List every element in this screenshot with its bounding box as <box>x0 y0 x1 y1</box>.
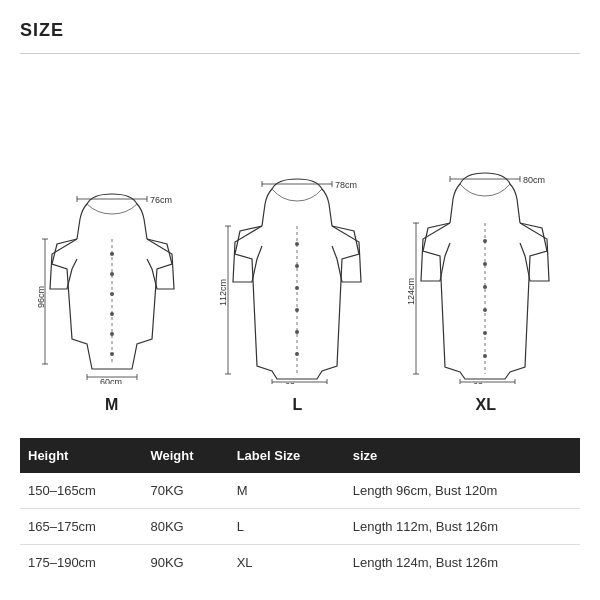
coat-label-xl: XL <box>476 396 496 414</box>
coat-diagram-m: 76cm 96cm 60cm M <box>32 189 192 414</box>
svg-text:63cm: 63cm <box>473 381 495 384</box>
cell-label-m: M <box>229 473 345 509</box>
svg-point-3 <box>110 292 114 296</box>
divider <box>20 53 580 54</box>
cell-detail-l: Length 112m, Bust 126m <box>345 509 580 545</box>
svg-point-5 <box>110 332 114 336</box>
page-title: SIZE <box>20 20 580 41</box>
cell-weight-m: 70KG <box>142 473 228 509</box>
svg-text:76cm: 76cm <box>150 195 172 205</box>
svg-point-44 <box>483 354 487 358</box>
svg-point-42 <box>483 308 487 312</box>
svg-text:96cm: 96cm <box>36 286 46 308</box>
table-row: 150–165cm 70KG M Length 96cm, Bust 120m <box>20 473 580 509</box>
svg-text:124cm: 124cm <box>406 278 416 305</box>
svg-point-22 <box>295 286 299 290</box>
svg-text:63cm: 63cm <box>285 381 307 384</box>
diagram-area: 76cm 96cm 60cm M <box>20 66 580 434</box>
svg-point-24 <box>295 330 299 334</box>
table-row: 175–190cm 90KG XL Length 124m, Bust 126m <box>20 545 580 581</box>
cell-height-xl: 175–190cm <box>20 545 142 581</box>
cell-height-m: 150–165cm <box>20 473 142 509</box>
col-header-label-size: Label Size <box>229 438 345 473</box>
svg-point-23 <box>295 308 299 312</box>
svg-text:80cm: 80cm <box>523 175 545 185</box>
svg-text:60cm: 60cm <box>100 377 122 384</box>
cell-detail-m: Length 96cm, Bust 120m <box>345 473 580 509</box>
table-row: 165–175cm 80KG L Length 112m, Bust 126m <box>20 509 580 545</box>
svg-point-6 <box>110 352 114 356</box>
coat-diagram-xl: 80cm 124cm 63cm XL <box>403 169 568 414</box>
svg-point-2 <box>110 272 114 276</box>
coat-label-m: M <box>105 396 118 414</box>
svg-point-43 <box>483 331 487 335</box>
cell-weight-xl: 90KG <box>142 545 228 581</box>
svg-point-1 <box>110 252 114 256</box>
cell-weight-l: 80KG <box>142 509 228 545</box>
svg-point-25 <box>295 352 299 356</box>
coat-label-l: L <box>293 396 303 414</box>
coat-diagram-l: 78cm 112cm 63cm L <box>215 174 380 414</box>
cell-height-l: 165–175cm <box>20 509 142 545</box>
col-header-weight: Weight <box>142 438 228 473</box>
coat-svg-xl: 80cm 124cm 63cm <box>403 169 568 388</box>
size-table: Height Weight Label Size size 150–165cm … <box>20 438 580 580</box>
svg-point-39 <box>483 239 487 243</box>
cell-label-l: L <box>229 509 345 545</box>
svg-point-20 <box>295 242 299 246</box>
coat-svg-m: 76cm 96cm 60cm <box>32 189 192 388</box>
col-header-height: Height <box>20 438 142 473</box>
svg-point-40 <box>483 262 487 266</box>
coat-svg-l: 78cm 112cm 63cm <box>215 174 380 388</box>
svg-point-21 <box>295 264 299 268</box>
cell-detail-xl: Length 124m, Bust 126m <box>345 545 580 581</box>
table-header-row: Height Weight Label Size size <box>20 438 580 473</box>
page: SIZE <box>0 0 600 600</box>
svg-text:112cm: 112cm <box>218 279 228 306</box>
svg-point-4 <box>110 312 114 316</box>
svg-text:78cm: 78cm <box>335 180 357 190</box>
col-header-size: size <box>345 438 580 473</box>
cell-label-xl: XL <box>229 545 345 581</box>
svg-point-41 <box>483 285 487 289</box>
